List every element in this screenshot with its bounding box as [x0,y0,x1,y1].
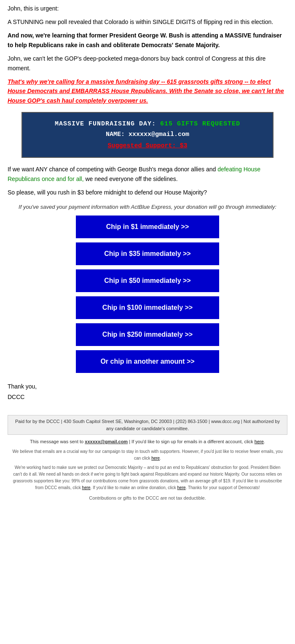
box-suggested-support: Suggested Support: $3 [107,142,187,149]
para5: If we want ANY chance of competing with … [8,165,287,184]
box-title-white: MASSIVE FUNDRAISING DAY: [55,120,156,128]
para3: John, we can't let the GOP's deep-pocket… [8,54,287,73]
donate-buttons-section: Chip in $1 immediately >> Chip in $35 im… [8,216,287,373]
fundraising-box: MASSIVE FUNDRAISING DAY: 615 GIFTS REQUE… [21,112,274,158]
para4-red: That's why we're calling for a massive f… [8,77,287,105]
footer-small2: We're working hard to make sure we prote… [8,464,287,491]
box-name-line: NAME: xxxxxx@gmail.com [27,131,268,138]
fewer-emails-link[interactable]: here [151,456,160,460]
box-title: MASSIVE FUNDRAISING DAY: 615 GIFTS REQUE… [27,120,268,128]
chip-1-button[interactable]: Chip in $1 immediately >> [76,216,219,238]
para6: So please, will you rush in $3 before mi… [8,188,287,197]
para5-green: defeating House Republicans once and for… [8,166,260,182]
chip-another-button[interactable]: Or chip in another amount >> [76,350,219,373]
unsubscribe-link[interactable]: here [82,485,91,490]
donate-link[interactable]: here [177,485,186,490]
chip-250-button[interactable]: Chip in $250 immediately >> [76,323,219,346]
footer-email: xxxxxx@gmail.com [85,439,128,444]
actblue-note: If you've saved your payment information… [8,203,287,211]
thank-you: Thank you, [8,381,287,392]
para2: And now, we're learning that former Pres… [8,31,287,50]
footer-message: This message was sent to xxxxxx@gmail.co… [8,438,287,446]
greeting: John, this is urgent: [8,4,287,13]
para1: A STUNNING new poll revealed that Colora… [8,17,287,27]
sign-off-section: Thank you, DCCC [8,381,287,402]
box-gifts-number: 615 GIFTS REQUESTED [160,120,240,128]
footer-signup-link[interactable]: here [255,439,264,444]
sign-off: DCCC [8,392,287,402]
chip-35-button[interactable]: Chip in $35 immediately >> [76,242,219,265]
footer-small1: We believe that emails are a crucial way… [8,448,287,462]
chip-50-button[interactable]: Chip in $50 immediately >> [76,269,219,292]
email-container: John, this is urgent: A STUNNING new pol… [0,0,295,505]
footer-paid: Paid for by the DCCC | 430 South Capitol… [8,415,287,435]
chip-100-button[interactable]: Chip in $100 immediately >> [76,296,219,319]
footer-tax-note: Contributions or gifts to the DCCC are n… [8,495,287,500]
